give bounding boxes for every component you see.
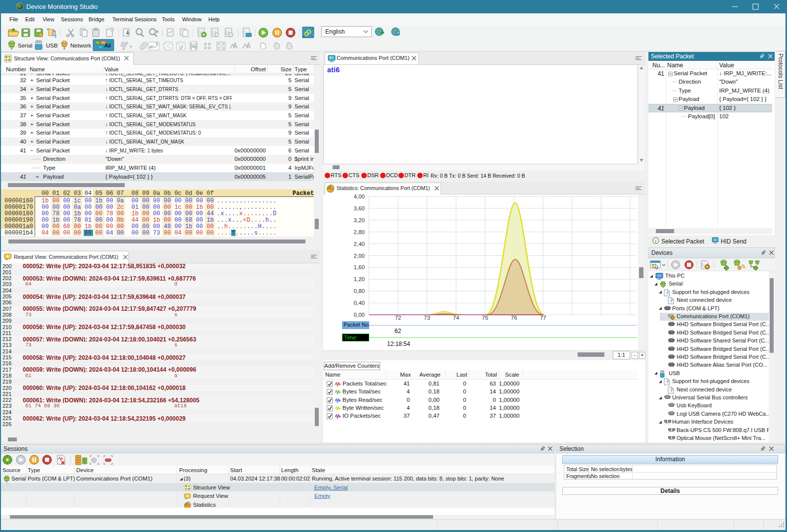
svg-text:74: 74 (453, 315, 459, 321)
svg-text:0,00: 0,00 (354, 312, 365, 318)
svg-text:0,40: 0,40 (354, 300, 365, 306)
svg-text:?: ? (670, 299, 673, 303)
svg-text:?: ? (670, 388, 673, 393)
svg-text:?: ? (666, 380, 669, 385)
svg-text:73: 73 (424, 315, 430, 321)
svg-text:2,80: 2,80 (354, 229, 365, 235)
svg-text:i: i (655, 238, 657, 243)
svg-text:1,60: 1,60 (354, 264, 365, 270)
svg-text:72: 72 (395, 315, 401, 321)
svg-text:76: 76 (511, 315, 517, 321)
svg-text:2,00: 2,00 (354, 253, 365, 259)
svg-text:0,80: 0,80 (354, 288, 365, 294)
svg-text:77: 77 (540, 315, 546, 321)
svg-text:?: ? (666, 291, 669, 295)
svg-text:1,20: 1,20 (354, 276, 365, 282)
svg-text:75: 75 (482, 315, 489, 321)
svg-text:2,40: 2,40 (354, 241, 365, 247)
svg-text:4,00: 4,00 (354, 194, 365, 199)
svg-text:3,20: 3,20 (354, 217, 365, 223)
svg-text:3,60: 3,60 (354, 205, 365, 211)
